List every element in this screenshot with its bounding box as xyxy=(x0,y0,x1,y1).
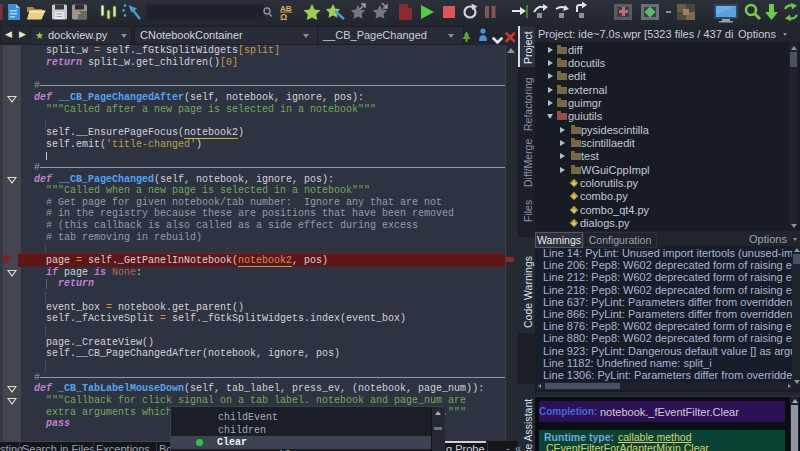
svg-text:Ω: Ω xyxy=(280,12,287,22)
